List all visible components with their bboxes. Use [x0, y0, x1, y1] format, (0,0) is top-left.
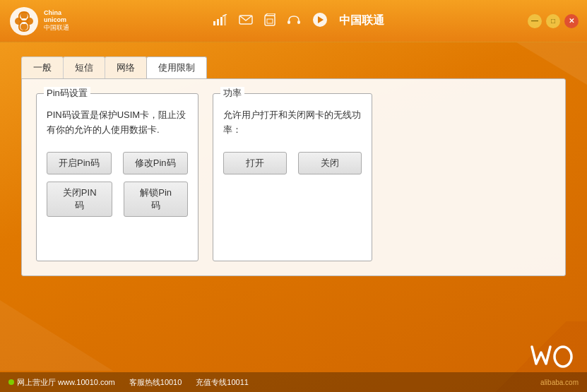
pin-description: PIN码设置是保护USIM卡，阻止没有你的允许的人使用数据卡. [47, 108, 188, 138]
window-controls: — □ ✕ [528, 14, 579, 28]
logo-unicom-cn: 中国联通 [44, 23, 69, 32]
tab-network[interactable]: 网络 [105, 57, 147, 78]
signal-icon [213, 14, 227, 28]
main-window: China unicom 中国联通 [0, 0, 587, 392]
app-title: 中国联通 [339, 13, 384, 28]
online-label: 网上营业厅 www.10010.com [17, 377, 115, 388]
svg-point-2 [20, 23, 28, 30]
headphone-icon [287, 13, 301, 28]
sim-icon [264, 13, 275, 28]
titlebar: China unicom 中国联通 [0, 0, 587, 42]
status-recharge: 充值专线10011 [196, 377, 249, 388]
svg-rect-15 [297, 20, 300, 24]
logo-unicom-en: unicom [44, 16, 69, 23]
logo-china: China [44, 9, 69, 16]
svg-rect-6 [213, 21, 215, 25]
maximize-button[interactable]: □ [546, 14, 560, 28]
pin-group-title: Pin码设置 [44, 87, 90, 100]
go-icon [312, 12, 328, 30]
logo-area: China unicom 中国联通 [8, 6, 69, 37]
alibaba-watermark: alibaba.com [540, 379, 579, 386]
power-description: 允许用户打开和关闭网卡的无线功率： [223, 108, 362, 138]
panel-area: Pin码设置 PIN码设置是保护USIM卡，阻止没有你的允许的人使用数据卡. 开… [21, 78, 566, 276]
enable-pin-button[interactable]: 开启Pin码 [47, 152, 112, 174]
pin-groupbox: Pin码设置 PIN码设置是保护USIM卡，阻止没有你的允许的人使用数据卡. 开… [36, 93, 198, 261]
power-group-title: 功率 [220, 87, 244, 100]
tab-sms[interactable]: 短信 [63, 57, 105, 78]
svg-point-18 [555, 347, 571, 367]
power-groupbox: 功率 允许用户打开和关闭网卡的无线功率： 打开 关闭 [213, 93, 372, 261]
hotline-label: 客服热线10010 [129, 377, 182, 388]
svg-rect-13 [267, 19, 273, 23]
status-right: alibaba.com [540, 379, 579, 386]
tab-bar: 一般 短信 网络 使用限制 [21, 57, 566, 78]
power-off-button[interactable]: 关闭 [298, 152, 362, 174]
deco-bottom-left [0, 300, 113, 371]
pin-row-2: 关闭PIN码 解锁Pin码 [47, 182, 188, 217]
titlebar-center: 中国联通 [69, 12, 528, 30]
unicom-logo [8, 6, 40, 37]
recharge-label: 充值专线10011 [196, 377, 249, 388]
content-area: 一般 短信 网络 使用限制 Pin码设置 PIN码设置是保护USIM卡，阻止没有… [0, 42, 587, 290]
statusbar: 网上营业厅 www.10010.com 客服热线10010 充值专线10011 … [0, 372, 587, 392]
svg-rect-12 [265, 16, 275, 25]
status-online: 网上营业厅 www.10010.com [8, 377, 115, 388]
svg-rect-14 [287, 20, 290, 24]
power-on-button[interactable]: 打开 [223, 152, 287, 174]
wo-logo-svg [530, 344, 573, 369]
status-dot [8, 379, 14, 385]
minimize-button[interactable]: — [528, 14, 542, 28]
status-hotline: 客服热线10010 [129, 377, 182, 388]
svg-rect-8 [220, 17, 223, 25]
message-icon [239, 14, 253, 28]
disable-pin-button[interactable]: 关闭PIN码 [47, 182, 112, 217]
modify-pin-button[interactable]: 修改Pin码 [123, 152, 188, 174]
pin-row-1: 开启Pin码 修改Pin码 [47, 152, 188, 174]
tab-usage-limit[interactable]: 使用限制 [146, 57, 207, 78]
tab-general[interactable]: 一般 [21, 57, 64, 78]
wo-logo [530, 344, 573, 369]
close-button[interactable]: ✕ [564, 14, 579, 28]
svg-rect-7 [217, 19, 219, 25]
pin-buttons: 开启Pin码 修改Pin码 关闭PIN码 解锁Pin码 [47, 152, 188, 217]
unlock-pin-button[interactable]: 解锁Pin码 [124, 182, 188, 217]
power-buttons: 打开 关闭 [223, 152, 362, 174]
svg-rect-9 [224, 15, 226, 25]
